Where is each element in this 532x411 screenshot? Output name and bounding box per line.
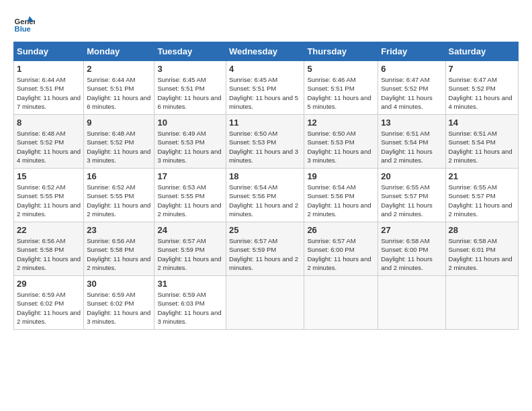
day-number: 2: [87, 64, 151, 74]
day-info: Sunrise: 6:53 AM Sunset: 5:55 PM Dayligh…: [157, 183, 223, 218]
calendar-body: 1Sunrise: 6:44 AM Sunset: 5:51 PM Daylig…: [14, 61, 519, 330]
day-info: Sunrise: 6:51 AM Sunset: 5:54 PM Dayligh…: [449, 129, 515, 165]
day-info: Sunrise: 6:47 AM Sunset: 5:52 PM Dayligh…: [381, 75, 442, 111]
day-number: 3: [157, 64, 223, 74]
day-info: Sunrise: 6:54 AM Sunset: 5:56 PM Dayligh…: [229, 183, 301, 218]
calendar-cell: 3Sunrise: 6:45 AM Sunset: 5:51 PM Daylig…: [154, 61, 226, 115]
day-info: Sunrise: 6:45 AM Sunset: 5:51 PM Dayligh…: [229, 75, 301, 111]
calendar-cell: 1Sunrise: 6:44 AM Sunset: 5:51 PM Daylig…: [14, 61, 84, 115]
day-info: Sunrise: 6:59 AM Sunset: 6:02 PM Dayligh…: [17, 290, 81, 326]
day-info: Sunrise: 6:46 AM Sunset: 5:51 PM Dayligh…: [307, 75, 375, 111]
day-info: Sunrise: 6:56 AM Sunset: 5:58 PM Dayligh…: [87, 236, 151, 272]
logo: General Blue: [13, 13, 35, 35]
calendar-week-row: 8Sunrise: 6:48 AM Sunset: 5:52 PM Daylig…: [14, 115, 519, 169]
svg-text:Blue: Blue: [15, 25, 31, 33]
day-info: Sunrise: 6:59 AM Sunset: 6:02 PM Dayligh…: [87, 290, 151, 326]
day-number: 20: [381, 171, 442, 181]
day-number: 28: [449, 225, 515, 235]
calendar-cell: 7Sunrise: 6:47 AM Sunset: 5:52 PM Daylig…: [445, 61, 518, 115]
day-number: 6: [381, 64, 442, 74]
day-number: 1: [17, 64, 81, 74]
day-number: 10: [157, 118, 223, 128]
calendar-cell: 26Sunrise: 6:57 AM Sunset: 6:00 PM Dayli…: [304, 222, 378, 276]
calendar-cell: 29Sunrise: 6:59 AM Sunset: 6:02 PM Dayli…: [14, 276, 84, 330]
day-number: 29: [17, 279, 81, 289]
calendar-cell: 28Sunrise: 6:58 AM Sunset: 6:01 PM Dayli…: [445, 222, 518, 276]
calendar-cell: 2Sunrise: 6:44 AM Sunset: 5:51 PM Daylig…: [84, 61, 154, 115]
calendar-cell: 16Sunrise: 6:52 AM Sunset: 5:55 PM Dayli…: [84, 169, 154, 222]
day-number: 30: [87, 279, 151, 289]
day-info: Sunrise: 6:51 AM Sunset: 5:54 PM Dayligh…: [381, 129, 442, 165]
calendar-cell: [378, 276, 445, 330]
calendar-day-header: Saturday: [445, 42, 518, 61]
day-info: Sunrise: 6:48 AM Sunset: 5:52 PM Dayligh…: [87, 129, 151, 165]
day-number: 7: [449, 64, 515, 74]
calendar-table: SundayMondayTuesdayWednesdayThursdayFrid…: [13, 42, 519, 330]
day-number: 26: [307, 225, 375, 235]
calendar-cell: 27Sunrise: 6:58 AM Sunset: 6:00 PM Dayli…: [378, 222, 445, 276]
page-header: General Blue: [13, 13, 519, 35]
calendar-week-row: 15Sunrise: 6:52 AM Sunset: 5:55 PM Dayli…: [14, 169, 519, 222]
calendar-cell: 13Sunrise: 6:51 AM Sunset: 5:54 PM Dayli…: [378, 115, 445, 169]
calendar-cell: 18Sunrise: 6:54 AM Sunset: 5:56 PM Dayli…: [226, 169, 304, 222]
day-number: 25: [229, 225, 301, 235]
day-info: Sunrise: 6:45 AM Sunset: 5:51 PM Dayligh…: [157, 75, 223, 111]
day-info: Sunrise: 6:58 AM Sunset: 6:00 PM Dayligh…: [381, 236, 442, 272]
day-number: 9: [87, 118, 151, 128]
day-info: Sunrise: 6:57 AM Sunset: 5:59 PM Dayligh…: [229, 236, 301, 272]
calendar-cell: [226, 276, 304, 330]
calendar-cell: [304, 276, 378, 330]
calendar-cell: 4Sunrise: 6:45 AM Sunset: 5:51 PM Daylig…: [226, 61, 304, 115]
calendar-cell: 9Sunrise: 6:48 AM Sunset: 5:52 PM Daylig…: [84, 115, 154, 169]
calendar-cell: 20Sunrise: 6:55 AM Sunset: 5:57 PM Dayli…: [378, 169, 445, 222]
calendar-cell: 11Sunrise: 6:50 AM Sunset: 5:53 PM Dayli…: [226, 115, 304, 169]
calendar-cell: 17Sunrise: 6:53 AM Sunset: 5:55 PM Dayli…: [154, 169, 226, 222]
day-number: 5: [307, 64, 375, 74]
day-info: Sunrise: 6:50 AM Sunset: 5:53 PM Dayligh…: [229, 129, 301, 165]
day-number: 21: [449, 171, 515, 181]
day-number: 14: [449, 118, 515, 128]
calendar-cell: 14Sunrise: 6:51 AM Sunset: 5:54 PM Dayli…: [445, 115, 518, 169]
calendar-cell: 19Sunrise: 6:54 AM Sunset: 5:56 PM Dayli…: [304, 169, 378, 222]
day-info: Sunrise: 6:55 AM Sunset: 5:57 PM Dayligh…: [381, 183, 442, 218]
calendar-cell: [445, 276, 518, 330]
day-info: Sunrise: 6:50 AM Sunset: 5:53 PM Dayligh…: [307, 129, 375, 165]
calendar-cell: 31Sunrise: 6:59 AM Sunset: 6:03 PM Dayli…: [154, 276, 226, 330]
calendar-week-row: 29Sunrise: 6:59 AM Sunset: 6:02 PM Dayli…: [14, 276, 519, 330]
day-info: Sunrise: 6:52 AM Sunset: 5:55 PM Dayligh…: [87, 183, 151, 218]
day-info: Sunrise: 6:48 AM Sunset: 5:52 PM Dayligh…: [17, 129, 81, 165]
calendar-cell: 15Sunrise: 6:52 AM Sunset: 5:55 PM Dayli…: [14, 169, 84, 222]
day-info: Sunrise: 6:55 AM Sunset: 5:57 PM Dayligh…: [449, 183, 515, 218]
day-info: Sunrise: 6:57 AM Sunset: 6:00 PM Dayligh…: [307, 236, 375, 272]
calendar-week-row: 22Sunrise: 6:56 AM Sunset: 5:58 PM Dayli…: [14, 222, 519, 276]
calendar-week-row: 1Sunrise: 6:44 AM Sunset: 5:51 PM Daylig…: [14, 61, 519, 115]
day-number: 31: [157, 279, 223, 289]
day-info: Sunrise: 6:54 AM Sunset: 5:56 PM Dayligh…: [307, 183, 375, 218]
day-info: Sunrise: 6:58 AM Sunset: 6:01 PM Dayligh…: [449, 236, 515, 272]
calendar-day-header: Wednesday: [226, 42, 304, 61]
day-number: 18: [229, 171, 301, 181]
day-info: Sunrise: 6:47 AM Sunset: 5:52 PM Dayligh…: [449, 75, 515, 111]
day-number: 13: [381, 118, 442, 128]
calendar-day-header: Monday: [84, 42, 154, 61]
calendar-day-header: Sunday: [14, 42, 84, 61]
calendar-cell: 22Sunrise: 6:56 AM Sunset: 5:58 PM Dayli…: [14, 222, 84, 276]
calendar-cell: 6Sunrise: 6:47 AM Sunset: 5:52 PM Daylig…: [378, 61, 445, 115]
day-info: Sunrise: 6:57 AM Sunset: 5:59 PM Dayligh…: [157, 236, 223, 272]
day-number: 8: [17, 118, 81, 128]
calendar-header-row: SundayMondayTuesdayWednesdayThursdayFrid…: [14, 42, 519, 61]
calendar-cell: 10Sunrise: 6:49 AM Sunset: 5:53 PM Dayli…: [154, 115, 226, 169]
calendar-cell: 25Sunrise: 6:57 AM Sunset: 5:59 PM Dayli…: [226, 222, 304, 276]
day-number: 15: [17, 171, 81, 181]
calendar-cell: 8Sunrise: 6:48 AM Sunset: 5:52 PM Daylig…: [14, 115, 84, 169]
calendar-cell: 30Sunrise: 6:59 AM Sunset: 6:02 PM Dayli…: [84, 276, 154, 330]
day-info: Sunrise: 6:52 AM Sunset: 5:55 PM Dayligh…: [17, 183, 81, 218]
day-number: 23: [87, 225, 151, 235]
day-number: 22: [17, 225, 81, 235]
day-info: Sunrise: 6:59 AM Sunset: 6:03 PM Dayligh…: [157, 290, 223, 326]
day-info: Sunrise: 6:49 AM Sunset: 5:53 PM Dayligh…: [157, 129, 223, 165]
day-number: 27: [381, 225, 442, 235]
calendar-cell: 24Sunrise: 6:57 AM Sunset: 5:59 PM Dayli…: [154, 222, 226, 276]
calendar-day-header: Thursday: [304, 42, 378, 61]
day-number: 19: [307, 171, 375, 181]
